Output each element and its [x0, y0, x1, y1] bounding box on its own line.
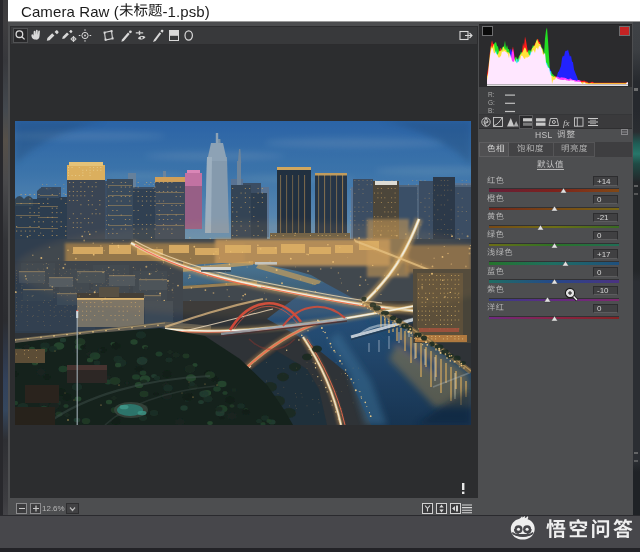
- svg-text:fx: fx: [563, 118, 570, 128]
- svg-text:B:: B:: [488, 107, 494, 114]
- svg-text:G:: G:: [488, 99, 495, 106]
- svg-text:R:: R:: [488, 91, 495, 98]
